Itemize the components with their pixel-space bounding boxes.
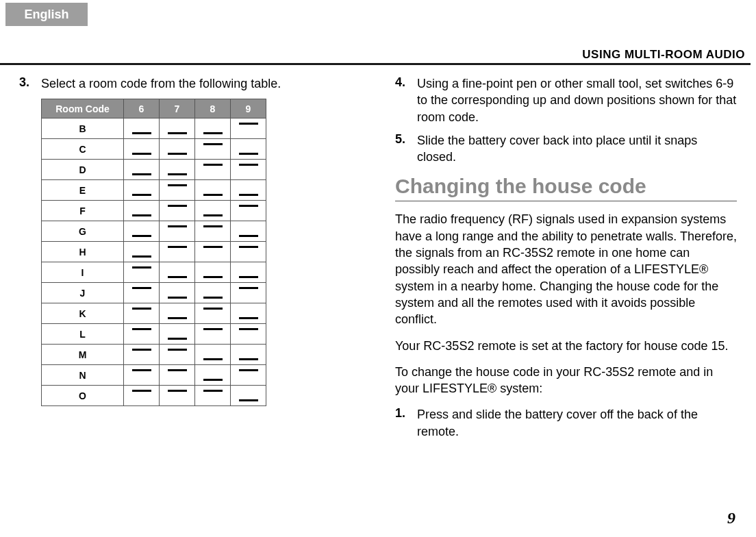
table-row: M bbox=[42, 345, 266, 365]
switch-up-icon bbox=[132, 328, 151, 330]
section-header-rule bbox=[0, 63, 751, 65]
switch-down-icon bbox=[203, 379, 223, 381]
switch-down-icon bbox=[203, 276, 223, 278]
table-cell-switch bbox=[195, 201, 231, 221]
switch-up-icon bbox=[132, 287, 151, 289]
table-cell-switch bbox=[124, 221, 160, 242]
table-cell-switch bbox=[160, 221, 195, 242]
table-cell-switch bbox=[195, 365, 231, 386]
table-cell-switch bbox=[160, 345, 195, 365]
section-header-title: USING MULTI-ROOM AUDIO bbox=[0, 48, 751, 62]
switch-down-icon bbox=[203, 214, 223, 216]
table-cell-switch bbox=[231, 160, 266, 180]
paragraph-3: To change the house code in your RC-35S2… bbox=[395, 364, 737, 397]
table-cell-switch bbox=[160, 303, 195, 324]
section-heading-house-code: Changing the house code bbox=[395, 175, 737, 198]
room-code-table: Room Code 6 7 8 9 BCDEFGHIJKLMNO bbox=[41, 99, 266, 406]
switch-up-icon bbox=[203, 308, 223, 310]
table-cell-switch bbox=[124, 386, 160, 406]
switch-up-icon bbox=[239, 328, 258, 330]
switch-up-icon bbox=[168, 349, 187, 351]
paragraph-1: The radio frequency (RF) signals used in… bbox=[395, 211, 737, 327]
table-cell-switch bbox=[195, 221, 231, 242]
content-columns: 3. Select a room code from the following… bbox=[19, 75, 737, 447]
table-row: N bbox=[42, 365, 266, 386]
switch-down-icon bbox=[239, 276, 258, 278]
right-column: 4. Using a fine-point pen or other small… bbox=[395, 75, 737, 447]
switch-up-icon bbox=[239, 369, 258, 371]
table-row: O bbox=[42, 386, 266, 406]
table-cell-switch bbox=[124, 303, 160, 324]
step-4-number: 4. bbox=[395, 75, 417, 125]
switch-up-icon bbox=[239, 287, 258, 289]
section-header-bar: USING MULTI-ROOM AUDIO bbox=[0, 48, 751, 65]
switch-down-icon bbox=[168, 173, 187, 175]
switch-up-icon bbox=[239, 164, 258, 166]
switch-down-icon bbox=[132, 194, 151, 196]
table-cell-switch bbox=[124, 283, 160, 303]
table-cell-switch bbox=[160, 386, 195, 406]
switch-down-icon bbox=[239, 153, 258, 155]
table-cell-switch bbox=[195, 242, 231, 262]
table-cell-code: C bbox=[42, 139, 124, 160]
switch-down-icon bbox=[168, 317, 187, 319]
table-cell-switch bbox=[231, 221, 266, 242]
switch-down-icon bbox=[168, 132, 187, 134]
table-cell-switch bbox=[160, 365, 195, 386]
page-number: 9 bbox=[727, 509, 735, 527]
table-row: G bbox=[42, 221, 266, 242]
table-head-roomcode: Room Code bbox=[42, 99, 124, 118]
switch-down-icon bbox=[203, 194, 223, 196]
table-cell-switch bbox=[231, 262, 266, 283]
table-cell-switch bbox=[124, 324, 160, 345]
table-cell-code: K bbox=[42, 303, 124, 324]
switch-down-icon bbox=[239, 399, 258, 401]
switch-down-icon bbox=[168, 338, 187, 340]
table-head-6: 6 bbox=[124, 99, 160, 118]
switch-down-icon bbox=[132, 255, 151, 258]
table-cell-switch bbox=[124, 118, 160, 139]
table-cell-switch bbox=[231, 201, 266, 221]
switch-up-icon bbox=[132, 369, 151, 371]
table-cell-code: I bbox=[42, 262, 124, 283]
table-cell-switch bbox=[195, 345, 231, 365]
language-tab: English bbox=[5, 3, 88, 26]
table-cell-switch bbox=[231, 345, 266, 365]
table-cell-switch bbox=[160, 201, 195, 221]
table-cell-switch bbox=[124, 139, 160, 160]
table-cell-code: F bbox=[42, 201, 124, 221]
table-row: F bbox=[42, 201, 266, 221]
table-row: B bbox=[42, 118, 266, 139]
switch-up-icon bbox=[203, 164, 223, 166]
section-heading-rule bbox=[395, 201, 737, 201]
table-cell-switch bbox=[231, 118, 266, 139]
switch-down-icon bbox=[132, 153, 151, 155]
table-cell-switch bbox=[124, 180, 160, 201]
table-cell-switch bbox=[195, 118, 231, 139]
switch-up-icon bbox=[239, 246, 258, 248]
switch-up-icon bbox=[239, 205, 258, 207]
switch-up-icon bbox=[203, 143, 223, 145]
table-cell-code: O bbox=[42, 386, 124, 406]
switch-up-icon bbox=[168, 369, 187, 371]
table-cell-switch bbox=[160, 324, 195, 345]
table-cell-switch bbox=[160, 283, 195, 303]
switch-down-icon bbox=[132, 214, 151, 216]
step-4: 4. Using a fine-point pen or other small… bbox=[395, 75, 737, 125]
table-row: I bbox=[42, 262, 266, 283]
switch-down-icon bbox=[168, 276, 187, 278]
table-cell-switch bbox=[195, 180, 231, 201]
step-3-number: 3. bbox=[19, 75, 41, 92]
table-row: D bbox=[42, 160, 266, 180]
switch-down-icon bbox=[132, 173, 151, 175]
table-cell-switch bbox=[160, 118, 195, 139]
step-1: 1. Press and slide the battery cover off… bbox=[395, 406, 737, 440]
table-row: H bbox=[42, 242, 266, 262]
switch-down-icon bbox=[239, 317, 258, 319]
table-head-7: 7 bbox=[160, 99, 195, 118]
table-cell-code: M bbox=[42, 345, 124, 365]
table-cell-switch bbox=[124, 345, 160, 365]
table-cell-switch bbox=[124, 365, 160, 386]
table-cell-switch bbox=[195, 386, 231, 406]
paragraph-2: Your RC-35S2 remote is set at the factor… bbox=[395, 338, 737, 354]
